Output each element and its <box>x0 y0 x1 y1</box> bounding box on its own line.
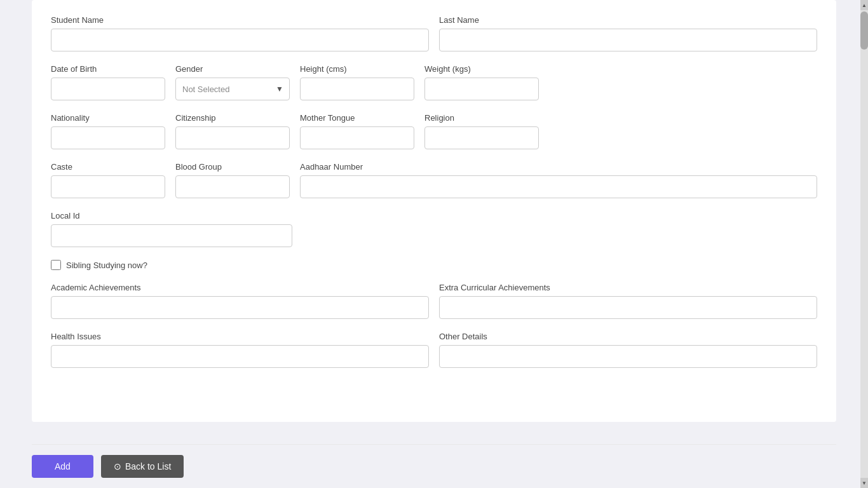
back-to-list-button[interactable]: ⊙ Back to List <box>101 455 184 478</box>
gender-select[interactable]: Not Selected Male Female Other <box>175 78 290 100</box>
nationality-input[interactable]: Indian <box>51 126 165 149</box>
local-id-label: Local Id <box>51 211 292 220</box>
other-details-label: Other Details <box>439 332 817 341</box>
add-button[interactable]: Add <box>32 455 93 478</box>
weight-input[interactable] <box>424 78 539 100</box>
blood-group-label: Blood Group <box>175 162 290 172</box>
mother-tongue-input[interactable] <box>300 126 414 149</box>
citizenship-input[interactable]: Indian <box>175 126 290 149</box>
caste-label: Caste <box>51 162 165 172</box>
student-name-label: Student Name <box>51 15 429 25</box>
sibling-checkbox[interactable] <box>51 260 61 270</box>
citizenship-label: Citizenship <box>175 113 290 123</box>
aadhaar-input[interactable] <box>300 175 817 198</box>
extra-curricular-label: Extra Curricular Achievements <box>439 283 817 292</box>
other-details-input[interactable] <box>439 345 817 368</box>
religion-label: Religion <box>424 113 539 123</box>
scrollbar[interactable]: ▲ ▼ <box>860 0 868 488</box>
nationality-label: Nationality <box>51 113 165 123</box>
back-icon: ⊙ <box>114 461 121 471</box>
weight-label: Weight (kgs) <box>424 64 539 74</box>
scrollbar-thumb[interactable] <box>860 11 868 50</box>
last-name-input[interactable] <box>439 29 817 51</box>
height-label: Height (cms) <box>300 64 414 74</box>
dob-input[interactable]: 08/08/2023 <box>51 78 165 100</box>
dob-label: Date of Birth <box>51 64 165 74</box>
last-name-label: Last Name <box>439 15 817 25</box>
scroll-down-arrow[interactable]: ▼ <box>860 478 868 488</box>
sibling-label[interactable]: Sibling Studying now? <box>66 261 147 270</box>
scroll-up-arrow[interactable]: ▲ <box>860 0 868 10</box>
mother-tongue-label: Mother Tongue <box>300 113 414 123</box>
local-id-input[interactable] <box>51 224 292 247</box>
health-issues-label: Health Issues <box>51 332 429 341</box>
height-input[interactable] <box>300 78 414 100</box>
academic-achievements-label: Academic Achievements <box>51 283 429 292</box>
gender-label: Gender <box>175 64 290 74</box>
blood-group-input[interactable] <box>175 175 290 198</box>
health-issues-input[interactable] <box>51 345 429 368</box>
caste-input[interactable] <box>51 175 165 198</box>
aadhaar-label: Aadhaar Number <box>300 162 817 172</box>
extra-curricular-input[interactable] <box>439 296 817 319</box>
academic-achievements-input[interactable] <box>51 296 429 319</box>
religion-input[interactable] <box>424 126 539 149</box>
student-name-input[interactable] <box>51 29 429 51</box>
back-label: Back to List <box>125 461 171 471</box>
